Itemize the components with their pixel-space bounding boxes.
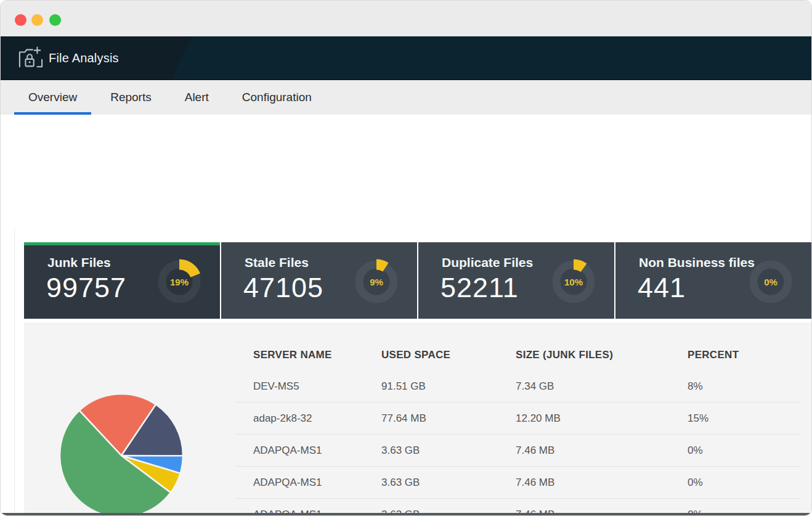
table-header-row: SERVER NAME USED SPACE SIZE (JUNK FILES)… <box>235 340 802 371</box>
tab-configuration[interactable]: Configuration <box>228 80 326 115</box>
tab-overview[interactable]: Overview <box>14 80 91 115</box>
servers-pie-chart[interactable] <box>58 392 185 516</box>
column-header-server-name: SERVER NAME <box>235 349 381 361</box>
table-row: ADAPQA-MS1 3.63 GB 7.46 MB 0% <box>235 435 802 467</box>
cell-used-space: 3.63 GB <box>381 477 516 489</box>
percent-gauge: 9% <box>352 257 401 306</box>
gauge-percent-label: 19% <box>155 257 204 306</box>
cell-percent: 15% <box>688 412 802 425</box>
stat-card-stale-files[interactable]: Stale Files 47105 9% <box>221 242 417 319</box>
stat-card-value: 52211 <box>441 272 519 304</box>
stat-card-title: Stale Files <box>245 255 309 270</box>
app-window: File Analysis Overview Reports Alert Con… <box>0 0 812 516</box>
stat-card-title: Duplicate Files <box>442 255 533 270</box>
column-header-percent: PERCENT <box>688 349 802 361</box>
cell-percent: 0% <box>688 477 802 489</box>
servers-table: SERVER NAME USED SPACE SIZE (JUNK FILES)… <box>235 340 802 516</box>
percent-gauge: 0% <box>746 257 795 306</box>
file-analysis-icon <box>18 46 44 70</box>
overview-panel: SERVER NAME USED SPACE SIZE (JUNK FILES)… <box>24 322 811 516</box>
tab-bar: Overview Reports Alert Configuration <box>1 80 811 115</box>
main-content: Junk Files 99757 19% Stale Files 47105 9… <box>1 115 811 515</box>
cell-used-space: 77.64 MB <box>381 412 516 425</box>
column-header-used-space: USED SPACE <box>381 349 516 361</box>
tab-reports[interactable]: Reports <box>96 80 166 115</box>
cell-server-name: ADAPQA-MS1 <box>235 444 381 457</box>
app-header: File Analysis <box>1 36 811 80</box>
cell-used-space: 3.63 GB <box>381 444 516 457</box>
window-close-button[interactable] <box>15 14 26 26</box>
percent-gauge: 19% <box>155 257 204 306</box>
window-bottom-edge <box>1 513 811 515</box>
table-row: adap-2k8-32 77.64 MB 12.20 MB 15% <box>235 403 802 435</box>
cell-used-space: 91.51 GB <box>381 380 516 393</box>
window-minimize-button[interactable] <box>31 14 43 26</box>
stat-card-value: 47105 <box>243 272 323 304</box>
stat-card-value: 99757 <box>46 272 126 304</box>
stat-card-title: Junk Files <box>47 255 111 270</box>
tab-alert[interactable]: Alert <box>171 80 223 115</box>
percent-gauge: 10% <box>549 257 598 306</box>
stat-card-duplicate-files[interactable]: Duplicate Files 52211 10% <box>418 242 614 319</box>
table-row: ADAPQA-MS1 3.63 GB 7.46 MB 0% <box>235 467 802 499</box>
cell-server-name: ADAPQA-MS1 <box>235 477 381 489</box>
stat-card-value: 441 <box>638 272 686 304</box>
column-header-size-junk-files: SIZE (JUNK FILES) <box>516 349 688 361</box>
cell-size-junk: 7.46 MB <box>516 444 688 457</box>
stat-card-junk-files[interactable]: Junk Files 99757 19% <box>24 242 220 319</box>
cell-percent: 8% <box>688 380 802 393</box>
window-zoom-button[interactable] <box>49 14 61 26</box>
cell-percent: 0% <box>688 444 802 457</box>
stat-card-non-business-files[interactable]: Non Business files 441 0% <box>615 242 811 319</box>
window-titlebar <box>1 1 811 36</box>
gauge-percent-label: 0% <box>746 257 795 306</box>
gauge-percent-label: 9% <box>352 257 401 306</box>
gauge-percent-label: 10% <box>549 257 598 306</box>
stat-card-title: Non Business files <box>639 255 755 270</box>
cell-size-junk: 7.46 MB <box>516 477 688 489</box>
header-diagonal-decoration <box>1 36 811 80</box>
stat-cards-row: Junk Files 99757 19% Stale Files 47105 9… <box>24 242 811 319</box>
cell-size-junk: 7.34 GB <box>516 380 688 393</box>
page-title: File Analysis <box>49 36 119 80</box>
cell-server-name: DEV-MS5 <box>235 380 381 393</box>
cell-size-junk: 12.20 MB <box>516 412 688 425</box>
content-left-divider <box>14 229 15 513</box>
cell-server-name: adap-2k8-32 <box>235 412 381 425</box>
table-row: DEV-MS5 91.51 GB 7.34 GB 8% <box>235 371 802 403</box>
